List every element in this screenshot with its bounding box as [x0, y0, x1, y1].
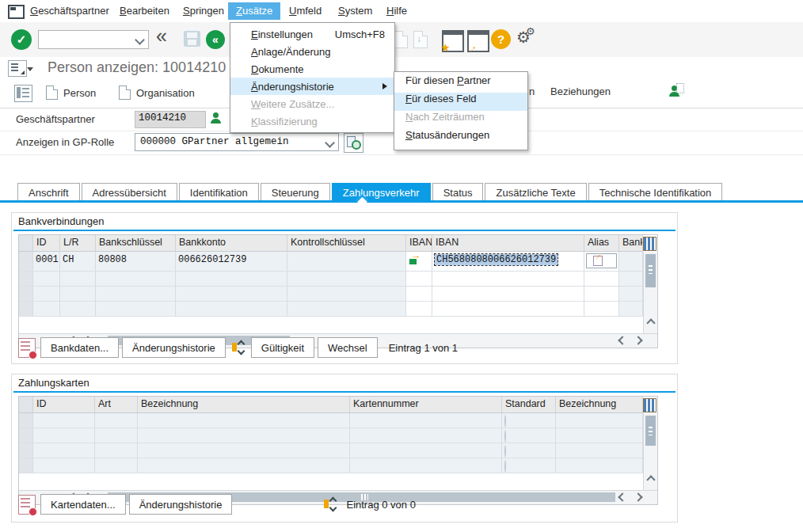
tab-steuerung[interactable]: Steuerung: [261, 183, 330, 201]
scrollbar-thumb[interactable]: [645, 254, 656, 287]
active-tab-underline: [0, 200, 803, 203]
payment-cards-groupbox: Zahlungskarten ID Art Bezeichnung Karten…: [11, 374, 678, 522]
new-session-icon[interactable]: →: [467, 30, 489, 52]
star-icon: ★: [440, 41, 451, 54]
submenu-item-fuer-diesen-partner[interactable]: Für diesen Partner: [394, 74, 527, 93]
tab-technische-identifikation[interactable]: Technische Identifikation: [588, 183, 723, 201]
col-alias: Alias: [584, 235, 619, 252]
iban-exists-icon: →: [409, 253, 425, 265]
partially-covered-button-label[interactable]: n: [529, 86, 535, 97]
submenu-item-nach-zeitraeumen: Nach Zeiträumen: [394, 111, 527, 129]
standard-radio[interactable]: [504, 445, 506, 458]
menu-springen[interactable]: Springen: [175, 2, 232, 20]
bank-aenderungshistorie-button[interactable]: Änderungshistorie: [122, 337, 226, 358]
download-icon[interactable]: ↓: [413, 31, 428, 48]
menu-hilfe[interactable]: Hilfe: [379, 2, 415, 20]
tab-zahlungsverkehr[interactable]: Zahlungsverkehr: [332, 183, 431, 201]
table-settings-icon[interactable]: [643, 237, 656, 251]
tab-zusaetzliche-texte[interactable]: Zusätzliche Texte: [485, 183, 586, 201]
menu-item-einstellungen[interactable]: Einstellungen Umsch+F8: [230, 25, 394, 43]
menu-system[interactable]: System: [330, 2, 380, 20]
display-change-switch-button[interactable]: [669, 86, 679, 97]
menu-umfeld[interactable]: Umfeld: [281, 2, 329, 20]
kartendaten-button[interactable]: Kartendaten...: [40, 494, 126, 515]
scroll-up-button[interactable]: [644, 315, 657, 330]
standard-radio[interactable]: [504, 415, 506, 428]
tab-adressuebersicht[interactable]: Adressübersicht: [82, 183, 177, 201]
print-icon[interactable]: [394, 31, 408, 48]
cards-table-empty-row: [19, 428, 643, 443]
locator-icon[interactable]: [14, 85, 32, 102]
check-icon: ✓: [17, 32, 27, 47]
delete-bank-row-icon[interactable]: [18, 338, 36, 358]
create-person-button[interactable]: Person: [46, 86, 96, 100]
delete-card-row-icon[interactable]: [18, 495, 36, 515]
scrollbar-thumb[interactable]: [645, 416, 656, 446]
bank-table-header: ID L/R Bankschlüssel Bankkonto Kontrolls…: [19, 235, 643, 252]
customize-layout-icon[interactable]: ⚙⚙: [516, 28, 531, 47]
business-partner-field[interactable]: 10014210: [135, 111, 206, 128]
chevron-down-icon[interactable]: [135, 35, 145, 45]
help-button[interactable]: ?: [491, 29, 511, 49]
tab-anschrift[interactable]: Anschrift: [17, 183, 80, 201]
zusaetze-dropdown-menu: Einstellungen Umsch+F8 Anlage/Änderung D…: [230, 22, 395, 133]
role-select[interactable]: 000000 GPartner allgemein: [135, 133, 339, 151]
bank-entry-count: Eintrag 1 von 1: [389, 342, 458, 354]
bankdaten-button[interactable]: Bankdaten...: [40, 337, 119, 358]
favorites-window-icon[interactable]: ★: [442, 30, 464, 52]
chevron-up-icon: [646, 475, 655, 484]
chevron-down-icon[interactable]: [325, 138, 335, 148]
table-settings-icon[interactable]: [643, 398, 656, 412]
tab-identifikation[interactable]: Identifikation: [179, 183, 259, 201]
menu-geschaeftspartner[interactable]: Geschäftspartner: [22, 2, 117, 20]
scroll-right-button[interactable]: [631, 491, 645, 504]
enter-button[interactable]: ✓: [11, 29, 32, 50]
wechsel-button[interactable]: Wechsel: [318, 337, 378, 358]
menu-zusaetze[interactable]: Zusätze: [228, 2, 280, 20]
submenu-item-fuer-dieses-feld[interactable]: Für dieses Feld: [394, 93, 527, 111]
bank-table-row: 0001 CH 80808 006626012739 → CH568080800…: [19, 252, 643, 272]
scroll-left-button[interactable]: [615, 334, 629, 347]
menu-item-klassifizierung: Klassifizierung: [230, 112, 394, 130]
scroll-right-button[interactable]: [631, 334, 645, 347]
iban-value-selected[interactable]: CH5680808006626012739: [435, 254, 558, 265]
save-icon[interactable]: [184, 31, 200, 47]
aenderungshistorie-submenu: Für diesen Partner Für dieses Feld Nach …: [394, 71, 528, 150]
back-icon: «: [212, 33, 219, 46]
create-organisation-button[interactable]: Organisation: [119, 86, 195, 100]
move-entry-icon[interactable]: [322, 496, 338, 513]
scroll-left-button[interactable]: [615, 491, 629, 504]
cards-aenderungshistorie-button[interactable]: Änderungshistorie: [129, 494, 233, 515]
page-title: Person anzeigen: 10014210: [48, 59, 226, 76]
menu-item-anlage-aenderung[interactable]: Anlage/Änderung: [230, 43, 394, 60]
submenu-arrow-icon: [382, 83, 387, 89]
title-dropdown-icon[interactable]: [27, 67, 33, 71]
menu-item-dokumente[interactable]: Dokumente: [230, 60, 394, 78]
cards-button-row: Kartendaten... Änderungshistorie Eintrag…: [18, 494, 416, 515]
switch-frame-icon: [676, 83, 684, 93]
alias-create-button[interactable]: →: [586, 253, 617, 268]
submenu-item-statusaenderungen[interactable]: Statusänderungen: [394, 129, 527, 147]
standard-radio[interactable]: [504, 460, 506, 473]
cards-table-empty-row: [19, 443, 643, 458]
chevron-left-icon: [618, 492, 626, 501]
cards-table-empty-row: [19, 413, 643, 428]
command-field[interactable]: [38, 30, 149, 49]
relations-button[interactable]: Beziehungen: [550, 86, 611, 97]
menu-item-weitere-zusaetze: Weitere Zusätze...: [230, 95, 394, 112]
person-status-icon: [211, 112, 221, 124]
tab-status[interactable]: Status: [432, 183, 484, 201]
back-button[interactable]: «: [206, 30, 225, 49]
row-selector[interactable]: [19, 252, 33, 272]
collapse-command-icon[interactable]: «: [156, 25, 167, 48]
menu-bearbeiten[interactable]: Bearbeiten: [112, 2, 177, 20]
gui-services-icon[interactable]: [8, 60, 27, 77]
menu-item-aenderungshistorie[interactable]: Änderungshistorie: [230, 78, 394, 95]
standard-radio[interactable]: [504, 430, 506, 443]
role-check-button[interactable]: [344, 133, 363, 153]
scroll-up-button[interactable]: [644, 472, 657, 487]
move-entry-icon[interactable]: [230, 339, 246, 356]
business-partner-label: Geschäftspartner: [16, 113, 95, 125]
gueltigkeit-button[interactable]: Gültigkeit: [251, 337, 314, 358]
cards-table-header: ID Art Bezeichnung Kartennummer Standard…: [19, 397, 643, 413]
